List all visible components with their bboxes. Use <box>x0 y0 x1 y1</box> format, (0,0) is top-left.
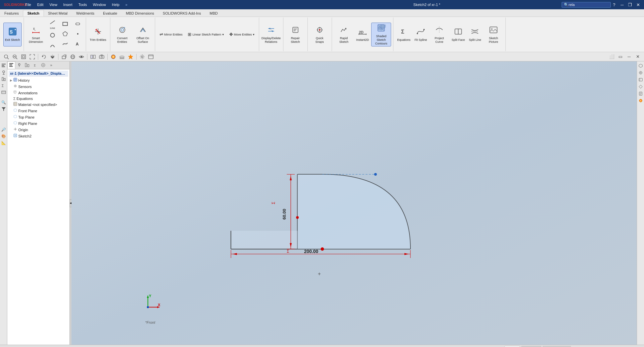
repair-sketch-button[interactable]: Repair Sketch <box>285 23 305 46</box>
canvas-area[interactable]: Σ 60.00 Σ 200.00 Y X <box>71 61 637 345</box>
tree-item-sketch2[interactable]: ▶ Sketch2 <box>9 133 68 139</box>
right-icon-2[interactable] <box>638 70 644 76</box>
right-icon-3[interactable] <box>638 77 644 83</box>
close-panel-button[interactable]: ✕ <box>634 53 641 60</box>
menu-edit[interactable]: Edit <box>35 2 46 7</box>
panel-tab-feature[interactable] <box>7 61 15 69</box>
appearance-button[interactable] <box>110 53 117 60</box>
smart-dimension-button[interactable]: ↔ Σ Smart Dimension <box>26 23 46 46</box>
panel-tab-property[interactable] <box>15 61 23 69</box>
polygon-tool-button[interactable] <box>59 30 71 39</box>
split-face-button[interactable]: Split Face <box>450 23 467 46</box>
zoom-all-button[interactable] <box>29 53 36 60</box>
tree-item-front-plane[interactable]: ▶ Front Plane <box>9 108 68 114</box>
feature-manager-btn[interactable] <box>1 63 7 69</box>
tree-item-sensors[interactable]: ▶ Sensors <box>9 83 68 90</box>
menu-help[interactable]: Help <box>109 2 122 7</box>
menu-view[interactable]: View <box>47 2 60 7</box>
zoom-box-button[interactable] <box>20 53 27 60</box>
arc-tool-button[interactable] <box>47 41 58 50</box>
tab-mbd-dimensions[interactable]: MBD Dimensions <box>122 10 159 17</box>
view-settings-button[interactable] <box>139 53 146 60</box>
camera-button[interactable] <box>98 53 105 60</box>
pan-button[interactable] <box>49 53 56 60</box>
tab-sketch[interactable]: Sketch <box>23 10 44 17</box>
magnify-icon-btn[interactable]: 🔎 <box>1 127 7 132</box>
rect-tool-button[interactable] <box>59 20 71 29</box>
minimize-button[interactable]: ─ <box>619 1 625 8</box>
sketch-picture-button[interactable]: Sketch Picture <box>483 23 503 46</box>
menu-insert[interactable]: Insert <box>60 2 75 7</box>
search-box[interactable]: 🔍 <box>562 2 611 8</box>
config-manager-btn[interactable] <box>1 76 7 82</box>
move-entities-button[interactable]: ✥ Move Entities ▾ <box>227 31 257 38</box>
point-tool-button[interactable] <box>72 30 84 39</box>
scene-button[interactable] <box>118 53 126 60</box>
linear-pattern-button[interactable]: ⊞ Linear Sketch Pattern ▾ <box>185 31 226 38</box>
close-button[interactable]: ✕ <box>635 1 641 8</box>
slot-tool-button[interactable] <box>72 20 84 29</box>
tree-item-right-plane[interactable]: ▶ Right Plane <box>9 120 68 127</box>
display-manager-btn[interactable] <box>1 89 7 95</box>
panel-tab-config[interactable] <box>23 61 31 69</box>
mirror-button[interactable]: ⇌ Mirror Entities <box>157 31 185 38</box>
shaded-sketch-button[interactable]: Shaded Sketch Contours <box>371 23 391 46</box>
palette-icon-btn[interactable]: 🎨 <box>1 133 7 139</box>
tree-item-material[interactable]: ▶ Material <not specified> <box>9 101 68 108</box>
tree-item-history[interactable]: ▶ History <box>9 77 68 83</box>
text-tool-button[interactable]: A <box>72 40 84 49</box>
menu-window[interactable]: Window <box>90 2 109 7</box>
project-curve-button[interactable]: Project Curve <box>429 23 449 46</box>
tree-item-top-plane[interactable]: ▶ Top Plane <box>9 114 68 120</box>
rotate-button[interactable] <box>40 53 48 60</box>
circle-tool-button[interactable] <box>47 31 58 41</box>
tab-features[interactable]: Features <box>0 10 23 17</box>
expand-icon[interactable]: » <box>123 2 130 7</box>
menu-tools[interactable]: Tools <box>76 2 90 7</box>
equations-button[interactable]: Σ Equations <box>395 23 412 46</box>
right-icon-1[interactable] <box>638 63 644 69</box>
spline-tool-button[interactable] <box>59 40 71 49</box>
fit-spline-button[interactable]: Fit Spline <box>413 23 429 46</box>
trim-entities-button[interactable]: Trim Entities <box>88 23 108 46</box>
panel-tab-dim[interactable]: Σ <box>31 61 39 69</box>
realview-button[interactable] <box>127 53 134 60</box>
split-line-button[interactable]: Split Line <box>467 23 483 46</box>
line-tool-button[interactable]: Line <box>47 18 58 31</box>
maximize-button[interactable]: ❐ <box>627 1 633 8</box>
display-delete-button[interactable]: Display/Delete Relations <box>261 23 281 46</box>
view-orientation-button[interactable] <box>60 53 68 60</box>
convert-entities-button[interactable]: Convert Entities <box>112 23 132 46</box>
tab-weldments[interactable]: Weldments <box>72 10 99 17</box>
instant2d-button[interactable]: 2D Instant2D <box>355 23 371 46</box>
tree-item-origin[interactable]: ▶ Origin <box>9 127 68 133</box>
hide-show-button[interactable] <box>78 53 85 60</box>
tab-mbd[interactable]: MBD <box>205 10 222 17</box>
tile-horizontal-button[interactable]: ⬜ <box>608 53 615 60</box>
minimize-panel-button[interactable]: ─ <box>625 53 633 60</box>
right-icon-6[interactable]: R <box>638 98 644 104</box>
tab-evaluate[interactable]: Evaluate <box>99 10 122 17</box>
tree-item-equations[interactable]: ▶ Σ Equations <box>9 96 68 101</box>
section-view-button[interactable] <box>89 53 97 60</box>
linear-pattern-arrow[interactable]: ▾ <box>222 33 224 36</box>
help-button[interactable]: ? <box>611 1 617 8</box>
right-icon-5[interactable] <box>638 91 644 97</box>
zoom-to-fit-button[interactable] <box>3 53 10 60</box>
rapid-sketch-button[interactable]: Rapid Sketch <box>334 23 354 46</box>
window-button[interactable] <box>147 53 155 60</box>
property-manager-btn[interactable] <box>1 69 7 75</box>
filter-icon-btn[interactable] <box>1 106 7 112</box>
menu-file[interactable]: File <box>23 2 34 7</box>
exit-sketch-button[interactable]: S Exit Sketch <box>3 23 22 46</box>
tab-solidworks-addins[interactable]: SOLIDWORKS Add-Ins <box>159 10 205 17</box>
tile-vertical-button[interactable]: ▭ <box>617 53 624 60</box>
tab-sheet-metal[interactable]: Sheet Metal <box>44 10 72 17</box>
offset-button[interactable]: Offset On Surface <box>133 23 153 46</box>
panel-tab-extra[interactable]: » <box>47 61 55 69</box>
panel-tab-display[interactable] <box>39 61 47 69</box>
tree-item-annotations[interactable]: ▶ Annotations <box>9 90 68 96</box>
display-style-button[interactable] <box>69 53 76 60</box>
move-arrow[interactable]: ▾ <box>253 33 255 36</box>
quick-snaps-button[interactable]: Quick Snaps <box>310 23 330 46</box>
